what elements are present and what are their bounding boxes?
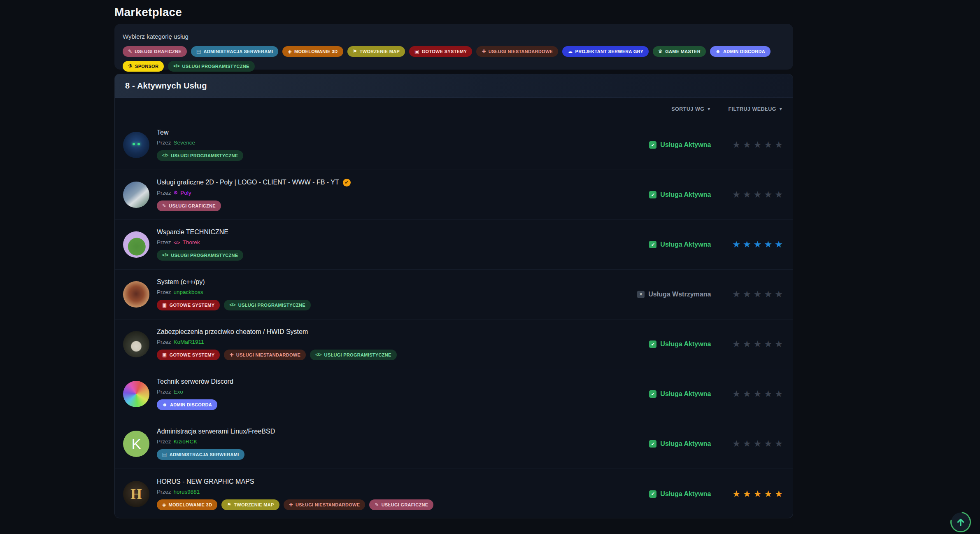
filter-by-dropdown[interactable]: FILTRUJ WEDŁUG ▾: [728, 106, 782, 112]
category-chip-uslugi-niestandardowe[interactable]: ✚USŁUGI NIESTANDARDOWE: [284, 499, 365, 510]
verified-badge-icon: ✔: [343, 179, 351, 187]
service-row[interactable]: TewPrzezSevence</>USŁUGI PROGRAMISTYCZNE…: [115, 120, 793, 170]
star-icon: ★: [732, 439, 740, 448]
star-icon: ★: [764, 340, 773, 349]
star-icon: ★: [775, 240, 783, 249]
byline-prefix: Przez: [157, 190, 171, 196]
gear-icon: ⚙: [174, 190, 178, 196]
byline-prefix: Przez: [157, 489, 171, 495]
category-chip-uslugi-programistyczne[interactable]: </>USŁUGI PROGRAMISTYCZNE: [168, 61, 254, 72]
star-icon: ★: [743, 290, 751, 299]
category-chip-uslugi-niestandardowe[interactable]: ✚USŁUGI NIESTANDARDOWE: [476, 46, 558, 57]
status-check-icon: ✔: [649, 490, 656, 498]
category-chip-tworzenie-map[interactable]: ⚑TWORZENIE MAP: [221, 499, 279, 510]
category-chip-uslugi-graficzne[interactable]: ✎USŁUGI GRAFICZNE: [157, 201, 221, 211]
service-status: ✔Usługa Aktywna: [621, 241, 711, 248]
service-title: HORUS - NEW GRAPHIC MAPS: [157, 478, 254, 485]
service-tags: ▣GOTOWE SYSTEMY✚USŁUGI NIESTANDARDOWE</>…: [157, 350, 397, 360]
category-chip-label: GOTOWE SYSTEMY: [170, 303, 215, 308]
category-chip-admin-discorda[interactable]: ☻ADMIN DISCORDA: [157, 399, 217, 410]
category-chip-label: USŁUGI NIESTANDARDOWE: [489, 49, 553, 54]
category-chip-label: PROJEKTANT SERWERA GRY: [575, 49, 644, 54]
star-icon: ★: [732, 140, 740, 149]
rating-stars[interactable]: ★★★★★: [732, 140, 783, 149]
category-chip-projektant-serwera-gry[interactable]: ☁PROJEKTANT SERWERA GRY: [562, 46, 649, 57]
avatar: [123, 231, 149, 258]
rating-stars[interactable]: ★★★★★: [732, 490, 783, 499]
category-chip-label: SPONSOR: [135, 64, 158, 69]
server-icon: ▤: [162, 452, 167, 457]
category-chip-uslugi-programistyczne[interactable]: </>USŁUGI PROGRAMISTYCZNE: [157, 150, 243, 161]
rating-stars[interactable]: ★★★★★: [732, 190, 783, 199]
category-chip-modelowanie-3d[interactable]: ◈MODELOWANIE 3D: [282, 46, 343, 57]
author-link[interactable]: Thorek: [182, 239, 200, 245]
author-link[interactable]: unpackboss: [174, 289, 203, 295]
star-icon: ★: [732, 290, 740, 299]
service-row[interactable]: HHORUS - NEW GRAPHIC MAPSPrzezhorus9881◈…: [115, 469, 793, 518]
category-chip-uslugi-graficzne[interactable]: ✎USŁUGI GRAFICZNE: [123, 46, 187, 57]
category-chip-uslugi-graficzne[interactable]: ✎USŁUGI GRAFICZNE: [369, 499, 433, 510]
category-chip-tworzenie-map[interactable]: ⚑TWORZENIE MAP: [347, 46, 405, 57]
star-icon: ★: [775, 389, 783, 399]
avatar: [123, 331, 149, 357]
star-icon: ★: [743, 240, 751, 249]
category-chip-uslugi-programistyczne[interactable]: </>USŁUGI PROGRAMISTYCZNE: [310, 350, 396, 360]
rating-stars[interactable]: ★★★★★: [732, 240, 783, 249]
category-chip-label: USŁUGI GRAFICZNE: [135, 49, 182, 54]
cube-icon: ◈: [162, 502, 166, 507]
category-chip-label: ADMIN DISCORDA: [170, 402, 212, 407]
category-chip-administracja-serwerami[interactable]: ▤ADMINISTRACJA SERWERAMI: [191, 46, 279, 57]
author-link[interactable]: KizioRCK: [174, 438, 198, 445]
category-chip-uslugi-programistyczne[interactable]: </>USŁUGI PROGRAMISTYCZNE: [224, 300, 310, 310]
star-icon: ★: [732, 190, 740, 199]
service-status: ×Usługa Wstrzymana: [621, 291, 711, 298]
discord-icon: ☻: [162, 402, 168, 407]
byline-prefix: Przez: [157, 339, 171, 345]
category-chip-administracja-serwerami[interactable]: ▤ADMINISTRACJA SERWERAMI: [157, 449, 244, 460]
category-chip-uslugi-programistyczne[interactable]: </>USŁUGI PROGRAMISTYCZNE: [157, 250, 243, 261]
cube-icon: ◈: [288, 49, 292, 54]
category-chip-label: GOTOWE SYSTEMY: [422, 49, 467, 54]
author-link[interactable]: Sevence: [174, 140, 196, 146]
star-icon: ★: [743, 389, 751, 399]
category-chip-uslugi-niestandardowe[interactable]: ✚USŁUGI NIESTANDARDOWE: [224, 350, 306, 360]
service-row[interactable]: KAdministracja serwerami Linux/FreeBSDPr…: [115, 419, 793, 469]
service-row[interactable]: Technik serwerów DiscordPrzezExo☻ADMIN D…: [115, 369, 793, 419]
category-chip-game-master[interactable]: ♛GAME MASTER: [653, 46, 706, 57]
star-icon: ★: [754, 140, 762, 149]
category-chip-gotowe-systemy[interactable]: ▣GOTOWE SYSTEMY: [409, 46, 472, 57]
star-icon: ★: [743, 140, 751, 149]
service-row[interactable]: Wsparcie TECHNICZNEPrzez</>Thorek</>USŁU…: [115, 220, 793, 270]
category-chip-gotowe-systemy[interactable]: ▣GOTOWE SYSTEMY: [157, 300, 220, 310]
service-row[interactable]: Usługi graficzne 2D - Poly | LOGO - CLIE…: [115, 170, 793, 220]
category-chip-gotowe-systemy[interactable]: ▣GOTOWE SYSTEMY: [157, 350, 220, 360]
author-link[interactable]: horus9881: [174, 489, 200, 495]
sort-by-label: SORTUJ WG: [671, 106, 704, 112]
scroll-to-top-button[interactable]: [950, 511, 971, 533]
author-link[interactable]: Poly: [180, 190, 191, 196]
category-chip-admin-discorda[interactable]: ☻ADMIN DISCORDA: [710, 46, 770, 57]
author-link[interactable]: Exo: [174, 389, 183, 395]
service-row[interactable]: System (c++/py)Przezunpackboss▣GOTOWE SY…: [115, 270, 793, 319]
category-chip-label: ADMINISTRACJA SERWERAMI: [204, 49, 273, 54]
service-row[interactable]: Zabezpieczenia przeciwko cheatom / HWID …: [115, 319, 793, 369]
category-chip-sponsor[interactable]: ⚗SPONSOR: [123, 61, 164, 72]
star-icon: ★: [754, 240, 762, 249]
author-link[interactable]: KoMaR1911: [174, 339, 204, 345]
sort-by-dropdown[interactable]: SORTUJ WG ▾: [671, 106, 710, 112]
byline-prefix: Przez: [157, 239, 171, 245]
status-label: Usługa Aktywna: [660, 440, 711, 448]
status-paused-icon: ×: [637, 291, 645, 298]
rating-stars[interactable]: ★★★★★: [732, 340, 783, 349]
rating-stars[interactable]: ★★★★★: [732, 439, 783, 448]
category-picker-label: Wybierz kategorię usług: [123, 33, 785, 40]
status-check-icon: ✔: [649, 340, 656, 348]
avatar: [123, 182, 149, 208]
star-icon: ★: [754, 439, 762, 448]
rating-stars[interactable]: ★★★★★: [732, 389, 783, 399]
service-tags: ✎USŁUGI GRAFICZNE: [157, 201, 351, 211]
filter-by-label: FILTRUJ WEDŁUG: [728, 106, 776, 112]
rating-stars[interactable]: ★★★★★: [732, 290, 783, 299]
code-icon: </>: [162, 154, 168, 158]
category-chip-modelowanie-3d[interactable]: ◈MODELOWANIE 3D: [157, 499, 217, 510]
